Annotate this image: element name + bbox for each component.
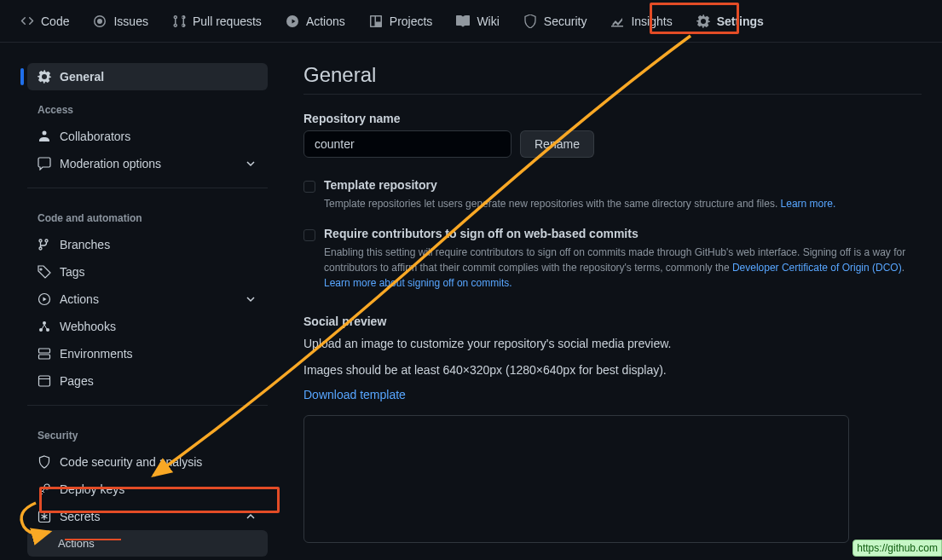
tab-issues[interactable]: Issues [81,8,159,35]
tab-security[interactable]: Security [511,8,599,35]
shield-icon [523,14,537,28]
sidebar-item-general[interactable]: General [27,63,268,90]
comment-icon [38,157,51,170]
sidebar-sub-dependabot[interactable]: Dependabot [27,557,268,560]
play-icon [286,14,299,28]
chevron-up-icon [244,510,257,523]
sidebar-item-deploy-keys[interactable]: Deploy keys [27,476,268,503]
asterisk-icon [38,510,51,523]
sidebar-item-label: Actions [60,292,99,306]
sidebar-item-secrets[interactable]: Secrets [27,503,268,530]
signoff-help: Enabling this setting will require contr… [324,245,922,291]
signoff-learn-more-link[interactable]: Learn more about signing off on commits. [324,277,512,289]
tab-label: Settings [717,14,764,28]
sidebar-item-label: Moderation options [60,157,161,170]
tab-label: Insights [631,14,672,28]
chevron-down-icon [244,292,257,306]
sidebar-item-label: Pages [60,374,94,388]
tab-label: Pull requests [193,14,262,28]
sidebar-item-label: Tags [60,265,85,279]
graph-icon [610,14,624,28]
gear-icon [696,14,710,28]
download-template-link[interactable]: Download template [303,388,406,401]
sidebar-item-tags[interactable]: Tags [27,258,268,286]
sidebar-heading-security: Security [27,416,268,448]
tab-label: Wiki [477,14,499,28]
server-icon [38,347,51,361]
repo-name-label: Repository name [303,112,922,125]
sidebar-item-label: Collaborators [60,130,130,143]
sidebar-item-code-security[interactable]: Code security and analysis [27,448,268,476]
repo-name-input[interactable] [303,130,511,158]
sidebar-item-actions[interactable]: Actions [27,286,268,313]
main-content: General Repository name Rename Template … [281,43,942,560]
tab-label: Issues [113,14,147,28]
code-icon [20,14,34,28]
tab-settings[interactable]: Settings [685,8,776,35]
signoff-label: Require contributors to sign off on web-… [324,227,639,240]
people-icon [38,130,51,143]
page-title: General [303,63,922,95]
svg-rect-4 [39,349,50,353]
sidebar-item-webhooks[interactable]: Webhooks [27,313,268,340]
tab-label: Actions [306,14,345,28]
gear-icon [38,70,51,84]
tab-actions[interactable]: Actions [274,8,357,35]
sidebar-sub-actions[interactable]: Actions [27,530,268,557]
signoff-checkbox[interactable] [303,229,315,241]
sidebar-sub-label: Actions [58,537,95,550]
chevron-down-icon [244,157,257,170]
sidebar-item-moderation[interactable]: Moderation options [27,150,268,177]
key-icon [38,482,51,496]
svg-rect-6 [39,376,50,386]
svg-rect-5 [39,355,50,359]
play-icon [38,292,51,306]
tab-label: Projects [390,14,433,28]
sidebar-item-label: Branches [60,238,110,251]
sidebar-item-collaborators[interactable]: Collaborators [27,123,268,150]
social-text-2: Images should be at least 640×320px (128… [303,361,922,379]
template-checkbox[interactable] [303,181,315,193]
tab-label: Code [41,14,69,28]
shield-icon [38,455,51,469]
book-icon [456,14,470,28]
rename-button[interactable]: Rename [520,130,594,158]
tab-label: Security [544,14,587,28]
sidebar-item-label: Environments [60,347,133,361]
status-url: https://github.com [852,540,942,557]
tab-projects[interactable]: Projects [357,8,445,35]
sidebar-item-label: Secrets [60,510,100,523]
webhook-icon [38,320,51,333]
social-preview-box[interactable] [303,415,849,543]
projects-icon [369,14,383,28]
sidebar-item-label: General [60,70,104,84]
svg-point-3 [43,321,46,325]
social-text-1: Upload an image to customize your reposi… [303,335,922,353]
repo-nav: Code Issues Pull requests Actions Projec… [0,0,942,43]
divider [27,405,268,406]
sidebar-item-label: Code security and analysis [60,455,202,469]
learn-more-link[interactable]: Learn more. [781,198,836,210]
divider [27,188,268,188]
template-help: Template repositories let users generate… [324,196,922,211]
tab-wiki[interactable]: Wiki [444,8,511,35]
issues-icon [93,14,107,28]
pull-request-icon [172,14,186,28]
tab-insights[interactable]: Insights [598,8,684,35]
settings-sidebar: General Access Collaborators Moderation … [0,43,281,560]
tab-pulls[interactable]: Pull requests [160,8,274,35]
social-preview-title: Social preview [303,315,922,328]
browser-icon [38,374,51,388]
sidebar-heading-access: Access [27,90,268,123]
tab-code[interactable]: Code [9,8,81,35]
tag-icon [38,265,51,279]
branch-icon [38,238,51,251]
dco-link[interactable]: Developer Certificate of Origin (DCO) [732,262,902,274]
sidebar-item-label: Webhooks [60,320,116,333]
sidebar-item-branches[interactable]: Branches [27,231,268,258]
template-label: Template repository [324,178,437,192]
sidebar-heading-code: Code and automation [27,199,268,231]
sidebar-item-label: Deploy keys [60,482,124,496]
sidebar-item-pages[interactable]: Pages [27,367,268,395]
sidebar-item-environments[interactable]: Environments [27,340,268,367]
